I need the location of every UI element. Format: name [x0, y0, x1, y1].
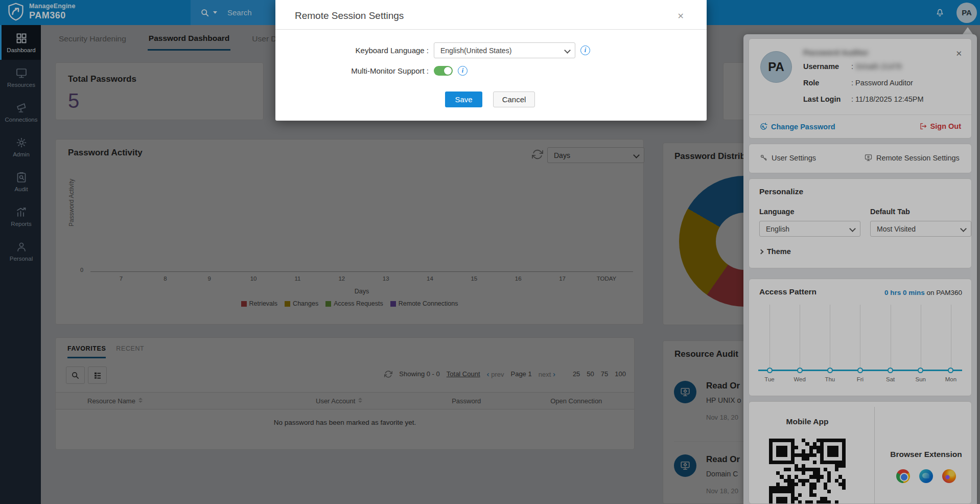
modal-buttons: Save Cancel	[445, 91, 535, 107]
keyboard-language-row: Keyboard Language : English(United State…	[275, 42, 590, 58]
multi-monitor-label: Multi-Monitor Support :	[275, 66, 429, 75]
pam360-app: Security Hardening Password Dashboard Us…	[0, 0, 980, 504]
keyboard-language-select[interactable]: English(United States)	[434, 42, 575, 58]
save-button[interactable]: Save	[445, 91, 482, 107]
keyboard-language-label: Keyboard Language :	[275, 46, 429, 55]
remote-session-settings-modal: Remote Session Settings ✕ Keyboard Langu…	[275, 0, 707, 121]
info-icon[interactable]	[580, 45, 590, 55]
multi-monitor-row: Multi-Monitor Support :	[275, 66, 468, 76]
multi-monitor-toggle[interactable]	[434, 66, 453, 76]
close-icon[interactable]: ✕	[678, 11, 684, 21]
modal-title: Remote Session Settings	[295, 10, 404, 21]
cancel-button[interactable]: Cancel	[493, 91, 535, 107]
keyboard-language-select-wrap: English(United States)	[434, 42, 575, 58]
info-icon[interactable]	[458, 66, 468, 76]
divider	[275, 29, 707, 30]
